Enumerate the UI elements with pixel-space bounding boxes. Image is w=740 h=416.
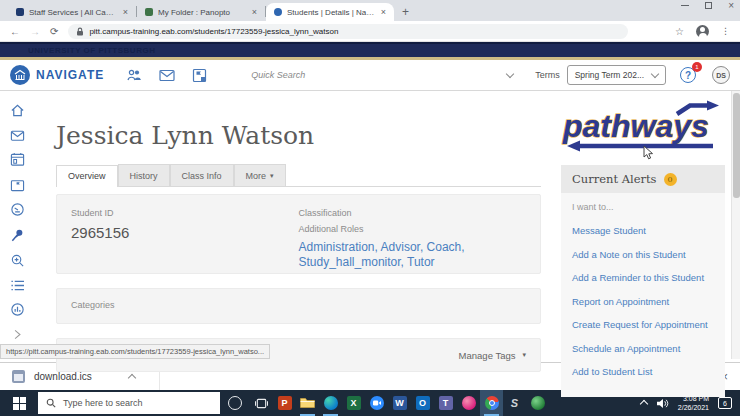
help-button[interactable]: ? 1 — [680, 67, 696, 83]
volume-icon[interactable] — [656, 398, 669, 409]
window-close-icon[interactable]: × — [728, 2, 734, 9]
terms-dropdown[interactable]: Spring Term 202... — [567, 65, 666, 85]
additional-roles-label: Additional Roles — [299, 224, 527, 234]
campaign-flag-icon[interactable] — [192, 68, 207, 83]
cortana-icon[interactable] — [228, 396, 242, 410]
navigate-logo-icon[interactable] — [10, 65, 30, 85]
start-button[interactable] — [0, 390, 38, 416]
word-icon[interactable]: W — [388, 390, 411, 416]
page-scrollbar[interactable] — [731, 91, 740, 359]
right-sidebar: pathways Current Alerts 0 I want to... M… — [559, 91, 731, 359]
excel-icon[interactable]: X — [342, 390, 365, 416]
help-notification-badge: 1 — [692, 62, 702, 72]
zoom-icon[interactable] — [365, 390, 388, 416]
action-add-reminder[interactable]: Add a Reminder to this Student — [572, 272, 714, 283]
tab-more[interactable]: More▾ — [234, 164, 286, 186]
back-icon[interactable]: ← — [10, 26, 20, 37]
search-icon — [46, 398, 56, 408]
additional-roles-links[interactable]: Administration, Advisor, Coach, Study_ha… — [299, 240, 497, 270]
user-avatar[interactable]: DS — [712, 66, 730, 84]
ics-file-icon — [12, 370, 25, 383]
manage-tags-button[interactable]: Manage Tags ▾ — [459, 348, 526, 362]
lists-icon[interactable] — [10, 279, 25, 292]
forward-icon[interactable]: → — [30, 26, 40, 37]
address-input[interactable]: pitt.campus-training.eab.com/students/17… — [68, 24, 628, 39]
categories-card: Categories — [56, 288, 541, 324]
expand-rail-chevron-icon[interactable] — [11, 328, 24, 341]
tab-class-info[interactable]: Class Info — [170, 164, 234, 186]
page: UNIVERSITY OF PITTSBURGH NAVIGATE Quick … — [0, 42, 740, 362]
screen: Staff Services | All Campuses × My Folde… — [0, 0, 740, 416]
green-app-icon[interactable] — [526, 390, 549, 416]
cases-folder-icon[interactable] — [10, 178, 25, 192]
browser-tab-panopto[interactable]: My Folder : Panopto × — [137, 3, 265, 21]
powerpoint-icon[interactable]: P — [273, 390, 296, 416]
mouse-cursor — [643, 145, 654, 160]
quick-search-placeholder: Quick Search — [251, 70, 305, 80]
download-options-chevron-up-icon[interactable] — [128, 373, 136, 381]
window-maximize-icon[interactable] — [705, 2, 712, 9]
outlook-icon[interactable]: O — [411, 390, 434, 416]
tab-close-icon[interactable]: × — [381, 7, 386, 17]
tab-close-icon[interactable]: × — [252, 7, 257, 17]
new-tab-button[interactable]: + — [402, 5, 409, 19]
file-explorer-icon[interactable] — [296, 390, 319, 416]
current-alerts-title: Current Alerts — [572, 172, 657, 186]
alerts-count-badge: 0 — [664, 173, 677, 186]
action-message-student[interactable]: Message Student — [572, 225, 714, 236]
hidden-icons-chevron-up-icon[interactable] — [640, 400, 648, 408]
url-text: pitt.campus-training.eab.com/students/17… — [89, 27, 338, 36]
tab-history[interactable]: History — [118, 164, 170, 186]
pinned-thumbtack-icon[interactable] — [10, 228, 25, 243]
action-add-note[interactable]: Add a Note on this Student — [572, 249, 714, 260]
bookmark-star-icon[interactable]: ☆ — [675, 26, 684, 37]
task-view-icon[interactable] — [250, 390, 273, 416]
dashboard-gauge-icon[interactable] — [10, 202, 25, 217]
action-report-appointment[interactable]: Report on Appointment — [572, 296, 714, 307]
browser-menu-icon[interactable]: ⋮ — [721, 26, 730, 36]
pathways-logo-text: pathways — [562, 108, 709, 144]
browser-tab-strip: Staff Services | All Campuses × My Folde… — [0, 0, 740, 21]
action-add-to-student-list[interactable]: Add to Student List — [572, 366, 714, 377]
conversations-icon[interactable] — [10, 129, 25, 142]
i-want-to-label: I want to... — [572, 202, 714, 212]
scrollbar-thumb[interactable] — [733, 93, 740, 198]
action-schedule-appointment[interactable]: Schedule an Appointment — [572, 343, 714, 354]
download-file-name: download.ics — [34, 371, 92, 382]
notification-center-icon[interactable]: 6 — [718, 397, 732, 409]
staff-users-icon[interactable] — [126, 68, 142, 83]
messages-envelope-icon[interactable] — [159, 69, 175, 82]
student-id-card: Student ID 2965156 Classification Additi… — [56, 194, 541, 274]
more-chevron-down-icon: ▾ — [270, 172, 274, 180]
browser-profile-icon[interactable] — [696, 25, 709, 38]
window-minimize-icon[interactable] — [681, 5, 689, 6]
edge-icon[interactable] — [319, 390, 342, 416]
navigate-toolbar: NAVIGATE Quick Search Terms Spring Term … — [0, 60, 740, 91]
tab-close-icon[interactable]: × — [123, 7, 128, 17]
reports-chart-icon[interactable] — [10, 302, 25, 317]
action-create-request[interactable]: Create Request for Appointment — [572, 319, 714, 330]
teams-icon[interactable]: T — [434, 390, 457, 416]
navigate-favicon — [274, 8, 282, 16]
terms-chevron-down-icon — [651, 69, 659, 77]
browser-tab-staff-services[interactable]: Staff Services | All Campuses × — [8, 3, 136, 21]
browser-tab-navigate[interactable]: Students | Details | Navigate × — [266, 3, 394, 21]
quick-search-chevron-down-icon[interactable] — [506, 69, 514, 77]
home-icon[interactable] — [10, 103, 25, 118]
student-id-value: 2965156 — [71, 224, 299, 241]
quick-search-input[interactable]: Quick Search — [207, 70, 531, 80]
taskbar-search-input[interactable]: Type here to search — [38, 392, 220, 414]
chrome-icon[interactable] — [480, 390, 503, 416]
pink-app-icon[interactable] — [457, 390, 480, 416]
calendar-icon[interactable] — [10, 152, 25, 167]
tab-overview[interactable]: Overview — [56, 165, 118, 187]
navigate-brand[interactable]: NAVIGATE — [36, 68, 104, 82]
manage-tags-chevron-down-icon: ▾ — [522, 351, 526, 359]
left-nav-rail — [0, 91, 34, 359]
tab-title: Students | Details | Navigate — [287, 8, 376, 17]
tab-title: Staff Services | All Campuses — [29, 8, 118, 17]
refresh-icon[interactable]: ⟳ — [50, 26, 58, 37]
search-zoom-icon[interactable] — [10, 253, 25, 268]
classification-label: Classification — [299, 208, 527, 218]
s-app-icon[interactable]: S — [503, 390, 526, 416]
